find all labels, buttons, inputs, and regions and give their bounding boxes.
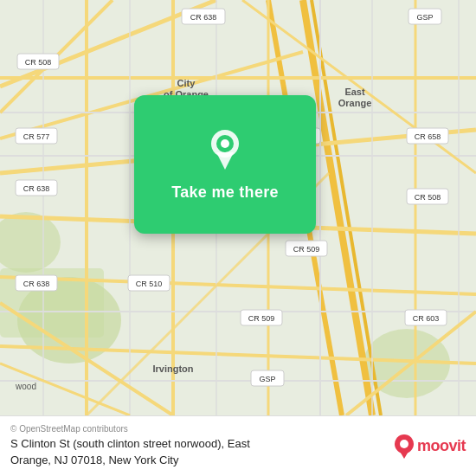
svg-text:wood: wood bbox=[15, 382, 36, 391]
info-bar: © OpenStreetMap contributors S Clinton S… bbox=[0, 415, 476, 476]
svg-text:CR 577: CR 577 bbox=[23, 132, 50, 141]
svg-text:GSP: GSP bbox=[259, 375, 275, 383]
moovit-logo: moovit bbox=[395, 434, 466, 459]
svg-text:Irvington: Irvington bbox=[152, 363, 193, 374]
svg-text:CR 603: CR 603 bbox=[413, 314, 440, 323]
svg-text:GSP: GSP bbox=[416, 13, 433, 22]
svg-point-71 bbox=[221, 139, 229, 148]
attribution-text: © OpenStreetMap contributors bbox=[10, 424, 388, 434]
svg-text:CR 638: CR 638 bbox=[190, 13, 217, 22]
svg-text:Orange: Orange bbox=[338, 98, 372, 108]
map-container: CR 638 CR 508 CR 577 CR 638 CR 638 CR 51… bbox=[0, 0, 476, 415]
svg-text:East: East bbox=[344, 87, 365, 97]
svg-marker-72 bbox=[216, 152, 234, 170]
svg-text:CR 638: CR 638 bbox=[23, 280, 50, 288]
cta-card[interactable]: Take me there bbox=[134, 95, 316, 234]
svg-text:CR 638: CR 638 bbox=[23, 184, 50, 193]
svg-text:CR 510: CR 510 bbox=[136, 280, 163, 288]
svg-text:CR 508: CR 508 bbox=[415, 193, 441, 202]
moovit-pin-icon bbox=[395, 434, 414, 459]
location-pin-icon bbox=[203, 128, 247, 171]
svg-text:CR 658: CR 658 bbox=[415, 132, 441, 141]
cta-label: Take me there bbox=[171, 183, 279, 202]
address-line1: S Clinton St (south clinton street norwo… bbox=[10, 436, 388, 452]
address-block: © OpenStreetMap contributors S Clinton S… bbox=[10, 424, 388, 467]
moovit-text: moovit bbox=[417, 437, 466, 455]
svg-text:City: City bbox=[177, 78, 196, 88]
address-line2: Orange, NJ 07018, New York City bbox=[10, 453, 388, 468]
svg-text:CR 509: CR 509 bbox=[293, 245, 320, 254]
svg-text:CR 508: CR 508 bbox=[25, 58, 52, 67]
svg-point-74 bbox=[400, 440, 408, 448]
svg-text:CR 509: CR 509 bbox=[248, 314, 275, 323]
svg-marker-75 bbox=[399, 450, 409, 459]
